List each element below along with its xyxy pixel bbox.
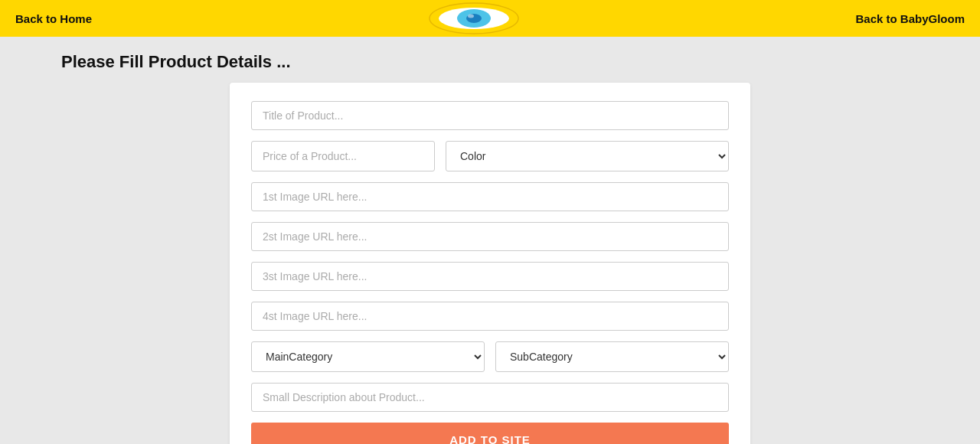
image4-row bbox=[251, 302, 729, 331]
description-row bbox=[251, 383, 729, 412]
title-row bbox=[251, 101, 729, 130]
category-row: MainCategory Clothing Toys Accessories F… bbox=[251, 341, 729, 372]
price-input[interactable] bbox=[251, 141, 435, 171]
image2-input[interactable] bbox=[251, 222, 729, 251]
image3-row bbox=[251, 262, 729, 291]
page-title-container: Please Fill Product Details ... bbox=[0, 37, 980, 83]
main-category-select[interactable]: MainCategory Clothing Toys Accessories F… bbox=[251, 341, 485, 372]
image1-row bbox=[251, 182, 729, 211]
color-select[interactable]: Color Red Blue Green Yellow Black White bbox=[446, 141, 729, 171]
image2-row bbox=[251, 222, 729, 251]
logo-icon bbox=[428, 2, 520, 35]
back-home-link[interactable]: Back to Home bbox=[15, 12, 92, 25]
back-babygloom-link[interactable]: Back to BabyGloom bbox=[855, 12, 965, 25]
image1-input[interactable] bbox=[251, 182, 729, 211]
title-input[interactable] bbox=[251, 101, 729, 130]
page-title: Please Fill Product Details ... bbox=[61, 52, 919, 72]
sub-category-select[interactable]: SubCategory Boys Girls Unisex Newborn bbox=[495, 341, 729, 372]
header: Back to Home Back to BabyGloom bbox=[0, 0, 980, 37]
price-color-row: Color Red Blue Green Yellow Black White bbox=[251, 141, 729, 171]
logo-container bbox=[428, 2, 520, 35]
image3-input[interactable] bbox=[251, 262, 729, 291]
description-input[interactable] bbox=[251, 383, 729, 412]
image4-input[interactable] bbox=[251, 302, 729, 331]
svg-point-4 bbox=[468, 15, 474, 18]
add-to-site-button[interactable]: ADD TO SITE bbox=[251, 423, 729, 444]
product-form: Color Red Blue Green Yellow Black White … bbox=[230, 83, 750, 444]
